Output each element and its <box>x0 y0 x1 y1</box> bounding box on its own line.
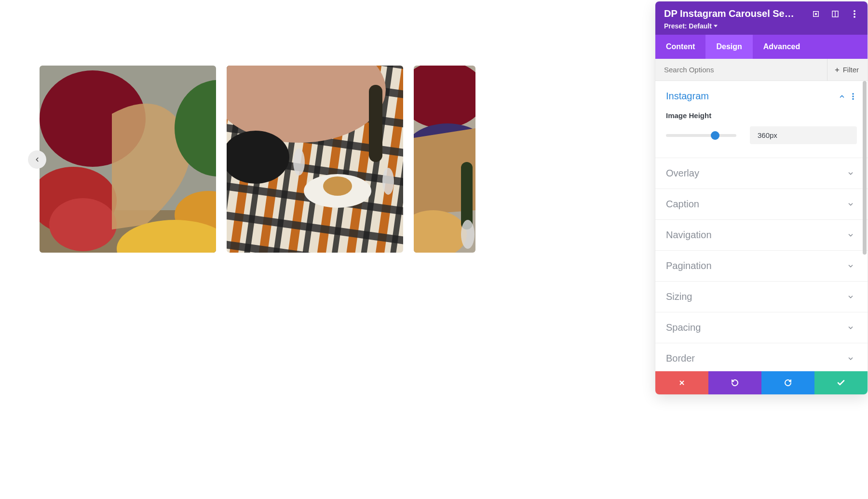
section-sizing: Sizing <box>655 282 868 312</box>
svg-point-18 <box>293 148 305 175</box>
svg-point-37 <box>852 95 854 97</box>
chevron-up-icon <box>839 93 845 100</box>
panel-tabs: Content Design Advanced <box>655 35 868 59</box>
section-navigation: Navigation <box>655 220 868 251</box>
filter-label: Filter <box>843 66 859 74</box>
image-height-slider[interactable] <box>666 134 736 137</box>
redo-button[interactable] <box>761 371 814 394</box>
tab-advanced[interactable]: Advanced <box>753 35 811 59</box>
section-title: Pagination <box>666 260 712 271</box>
section-header-border[interactable]: Border <box>655 343 868 371</box>
panel-search-bar: Filter <box>655 59 868 81</box>
svg-point-16 <box>323 176 352 196</box>
columns-icon[interactable] <box>831 10 840 18</box>
filter-button[interactable]: Filter <box>827 59 868 81</box>
chevron-down-icon <box>847 324 854 331</box>
field-label-image-height: Image Height <box>666 111 857 120</box>
kebab-menu-icon[interactable] <box>852 93 854 100</box>
tab-design[interactable]: Design <box>705 35 752 59</box>
chevron-down-icon <box>847 263 854 270</box>
section-header-overlay[interactable]: Overlay <box>655 158 868 189</box>
section-header-sizing[interactable]: Sizing <box>655 282 868 312</box>
svg-point-30 <box>854 10 855 12</box>
section-title: Navigation <box>666 229 712 241</box>
svg-point-38 <box>852 98 854 100</box>
preview-canvas <box>0 0 476 499</box>
instagram-carousel <box>40 66 476 253</box>
save-button[interactable] <box>814 371 868 394</box>
svg-point-4 <box>49 198 117 251</box>
panel-title: DP Instagram Carousel Setti… <box>664 8 797 19</box>
undo-button[interactable] <box>708 371 761 394</box>
svg-point-27 <box>815 13 817 14</box>
section-caption: Caption <box>655 189 868 220</box>
section-pagination: Pagination <box>655 251 868 282</box>
section-header-instagram[interactable]: Instagram <box>655 81 868 111</box>
carousel-prev-button[interactable] <box>28 150 46 169</box>
chevron-down-icon <box>847 232 854 239</box>
search-input[interactable] <box>655 59 804 81</box>
section-header-navigation[interactable]: Navigation <box>655 220 868 250</box>
section-overlay: Overlay <box>655 158 868 189</box>
slider-thumb[interactable] <box>711 131 719 140</box>
panel-footer <box>655 371 868 394</box>
preset-label: Preset: Default <box>664 22 712 30</box>
carousel-card[interactable] <box>414 66 475 253</box>
panel-body[interactable]: Instagram Image Height <box>655 81 868 371</box>
section-title: Border <box>666 353 695 364</box>
carousel-card[interactable] <box>40 66 216 253</box>
svg-rect-17 <box>369 85 382 162</box>
section-title: Sizing <box>666 291 692 302</box>
section-header-spacing[interactable]: Spacing <box>655 312 868 343</box>
svg-point-25 <box>461 220 475 249</box>
svg-rect-24 <box>461 162 473 229</box>
section-spacing: Spacing <box>655 312 868 343</box>
svg-marker-33 <box>714 25 718 27</box>
tab-content[interactable]: Content <box>655 35 705 59</box>
svg-point-36 <box>852 93 854 95</box>
svg-point-19 <box>382 168 394 195</box>
image-height-value[interactable] <box>750 126 857 144</box>
svg-point-31 <box>854 13 855 15</box>
chevron-down-icon <box>847 355 854 362</box>
kebab-menu-icon[interactable] <box>850 10 859 18</box>
scrollbar-thumb[interactable] <box>863 81 867 255</box>
carousel-card[interactable] <box>227 66 403 253</box>
settings-panel: DP Instagram Carousel Setti… Preset: Def… <box>655 1 868 394</box>
section-title: Instagram <box>666 91 709 102</box>
cancel-button[interactable] <box>655 371 708 394</box>
section-header-pagination[interactable]: Pagination <box>655 251 868 281</box>
section-header-caption[interactable]: Caption <box>655 189 868 219</box>
section-border: Border <box>655 343 868 371</box>
preset-dropdown[interactable]: Preset: Default <box>664 22 859 30</box>
section-title: Overlay <box>666 168 699 179</box>
section-title: Caption <box>666 199 699 210</box>
svg-point-21 <box>414 66 475 128</box>
section-title: Spacing <box>666 322 701 333</box>
chevron-down-icon <box>847 294 854 300</box>
panel-header[interactable]: DP Instagram Carousel Setti… Preset: Def… <box>655 1 868 35</box>
section-instagram: Instagram Image Height <box>655 81 868 158</box>
expand-icon[interactable] <box>812 10 820 18</box>
section-content-instagram: Image Height <box>655 111 868 158</box>
chevron-down-icon <box>847 201 854 208</box>
svg-point-32 <box>854 16 855 18</box>
chevron-down-icon <box>847 170 854 177</box>
